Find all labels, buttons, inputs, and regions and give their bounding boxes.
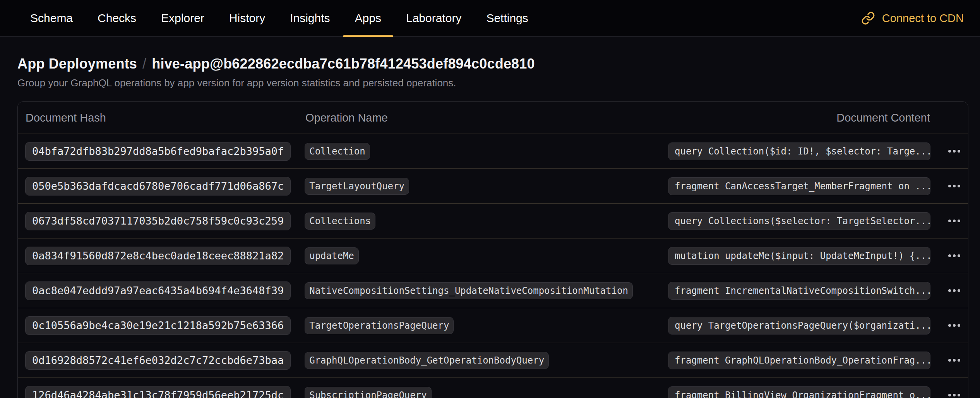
- operation-name-value: GraphQLOperationBody_GetOperationBodyQue…: [305, 352, 549, 369]
- nav-tab[interactable]: Schema: [19, 0, 84, 36]
- connect-to-cdn-label: Connect to CDN: [882, 12, 964, 25]
- document-hash-value: 0673df58cd7037117035b2d0c758f59c0c93c259: [25, 212, 291, 230]
- operation-name-value: NativeCompositionSettings_UpdateNativeCo…: [305, 282, 633, 299]
- more-horizontal-icon[interactable]: [948, 388, 960, 398]
- table-row: 0673df58cd7037117035b2d0c758f59c0c93c259…: [18, 203, 968, 238]
- document-hash-value: 0a834f91560d872e8c4bec0ade18ceec88821a82: [25, 247, 291, 265]
- nav-tab[interactable]: Apps: [343, 0, 393, 36]
- table-header-row: Document Hash Operation Name Document Co…: [18, 102, 968, 134]
- page-subtitle: Group your GraphQL operations by app ver…: [17, 77, 963, 89]
- breadcrumb-app-deployments[interactable]: App Deployments: [17, 56, 137, 72]
- more-horizontal-icon[interactable]: [948, 353, 960, 368]
- document-content-preview: fragment IncrementalNativeCompositionSwi…: [668, 282, 930, 300]
- table-row: 04bfa72dfb83b297dd8a5b6fed9bafac2b395a0f…: [18, 134, 968, 168]
- more-horizontal-icon[interactable]: [948, 178, 960, 194]
- operation-name-value: Collections: [305, 213, 375, 230]
- table-row: 126d46a4284abe31c13c78f7959d56eeb21725dc…: [18, 377, 968, 398]
- connect-to-cdn-button[interactable]: Connect to CDN: [861, 0, 964, 36]
- link-icon: [861, 11, 875, 25]
- table-row: 050e5b363dafdcacd6780e706cadf771d06a867c…: [18, 168, 968, 203]
- nav-tab[interactable]: Laboratory: [394, 0, 473, 36]
- document-content-preview: query Collections($selector: TargetSelec…: [668, 212, 930, 230]
- document-content-preview: fragment CanAccessTarget_MemberFragment …: [668, 177, 930, 195]
- more-horizontal-icon[interactable]: [948, 318, 960, 333]
- nav-tab[interactable]: Insights: [278, 0, 341, 36]
- breadcrumb-current-deployment: hive-app@b622862ecdba7c61b78f412453def89…: [152, 56, 535, 72]
- more-horizontal-icon[interactable]: [948, 213, 960, 229]
- nav-tabs: SchemaChecksExplorerHistoryInsightsAppsL…: [19, 0, 540, 36]
- operation-name-value: TargetOperationsPageQuery: [305, 317, 454, 334]
- operation-name-value: Collection: [305, 143, 370, 160]
- document-content-preview: query TargetOperationsPageQuery($organiz…: [668, 317, 930, 335]
- document-hash-value: 04bfa72dfb83b297dd8a5b6fed9bafac2b395a0f: [25, 142, 291, 161]
- document-hash-value: 0c10556a9be4ca30e19e21c1218a592b75e63366: [25, 316, 291, 335]
- operation-name-value: TargetLayoutQuery: [305, 178, 409, 195]
- column-header-document-hash: Document Hash: [26, 112, 305, 124]
- table-row: 0ac8e047eddd97a97eac6435a4b694f4e3648f39…: [18, 273, 968, 308]
- documents-table: Document Hash Operation Name Document Co…: [17, 101, 968, 398]
- document-content-preview: fragment BillingView_OrganizationFragmen…: [668, 386, 930, 398]
- more-horizontal-icon[interactable]: [948, 144, 960, 159]
- nav-tab[interactable]: History: [218, 0, 277, 36]
- breadcrumb: App Deployments/hive-app@b622862ecdba7c6…: [17, 56, 963, 72]
- document-content-preview: mutation updateMe($input: UpdateMeInput!…: [668, 247, 930, 265]
- breadcrumb-separator: /: [137, 56, 152, 72]
- nav-tab[interactable]: Checks: [86, 0, 148, 36]
- more-horizontal-icon[interactable]: [948, 283, 960, 298]
- table-row: 0d16928d8572c41ef6e032d2c7c72ccbd6e73baa…: [18, 343, 968, 377]
- document-content-preview: fragment GraphQLOperationBody_OperationF…: [668, 352, 930, 369]
- nav-tab[interactable]: Explorer: [149, 0, 216, 36]
- operation-name-value: SubscriptionPageQuery: [305, 387, 431, 398]
- document-hash-value: 0ac8e047eddd97a97eac6435a4b694f4e3648f39: [25, 281, 291, 300]
- nav-tab[interactable]: Settings: [475, 0, 540, 36]
- page-header: App Deployments/hive-app@b622862ecdba7c6…: [0, 56, 980, 89]
- document-hash-value: 050e5b363dafdcacd6780e706cadf771d06a867c: [25, 177, 291, 196]
- column-header-operation-name: Operation Name: [305, 112, 836, 124]
- nav-spacer: [540, 0, 861, 36]
- document-hash-value: 126d46a4284abe31c13c78f7959d56eeb21725dc: [25, 386, 291, 398]
- table-row: 0a834f91560d872e8c4bec0ade18ceec88821a82…: [18, 238, 968, 273]
- table-row: 0c10556a9be4ca30e19e21c1218a592b75e63366…: [18, 308, 968, 343]
- operation-name-value: updateMe: [305, 247, 359, 264]
- document-content-preview: query Collection($id: ID!, $selector: Ta…: [668, 142, 930, 160]
- table-body: 04bfa72dfb83b297dd8a5b6fed9bafac2b395a0f…: [18, 134, 968, 398]
- top-navigation: SchemaChecksExplorerHistoryInsightsAppsL…: [0, 0, 980, 37]
- more-horizontal-icon[interactable]: [948, 248, 960, 264]
- document-hash-value: 0d16928d8572c41ef6e032d2c7c72ccbd6e73baa: [25, 351, 291, 370]
- column-header-document-content: Document Content: [836, 112, 960, 124]
